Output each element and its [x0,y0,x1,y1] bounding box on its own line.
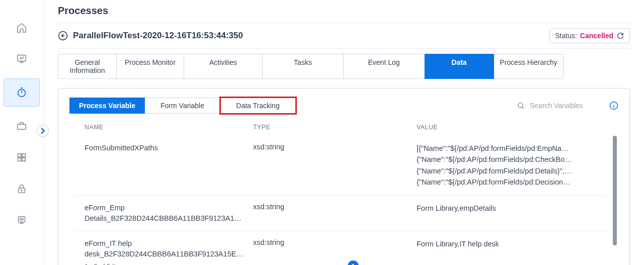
main-tabs: General Information Process Monitor Acti… [58,54,630,79]
process-name: ParallelFlowTest-2020-12-16T16:53:44:350 [73,31,243,41]
page-title: Processes [58,5,630,23]
page-prev[interactable]: ‹ [338,262,341,266]
nav-home[interactable] [10,16,33,39]
search-input[interactable] [530,102,600,110]
page-last[interactable]: » [375,262,379,266]
col-type: TYPE [253,124,417,131]
cell-name: eForm_Emp Details_B2F328D244CBBB6A11BB3F… [85,203,253,224]
rail-expand-button[interactable] [37,125,49,137]
data-panel: Process Variable Form Variable Data Trac… [58,88,630,265]
col-name: NAME [85,124,253,131]
svg-rect-2 [17,124,26,129]
search-icon [517,102,525,110]
home-icon [16,22,27,33]
table-row[interactable]: FormSubmittedXPathsxsd:string[{"Name":"$… [74,136,606,196]
grid-header: NAME TYPE VALUE [69,114,618,136]
svg-rect-4 [22,154,25,157]
status-box: Status: Cancelled [549,28,630,43]
scrollbar[interactable] [613,136,617,245]
pager: « ‹ 1 › » [108,260,598,265]
page-next[interactable]: › [366,262,368,266]
tab-process-monitor[interactable]: Process Monitor [117,54,184,79]
tab-event-log[interactable]: Event Log [344,54,425,79]
apps-icon [16,152,27,163]
svg-rect-5 [18,158,21,161]
search-box [517,102,600,110]
status-value: Cancelled [580,32,613,40]
subtab-data-tracking[interactable]: Data Tracking [220,98,296,114]
page-number[interactable]: 1 [348,260,359,265]
sliders-icon [16,214,27,225]
info-icon [609,101,618,110]
back-arrow-icon [58,31,68,41]
refresh-button[interactable] [616,32,624,40]
cell-name: FormSubmittedXPaths [85,143,253,188]
svg-point-11 [518,103,523,108]
tab-data[interactable]: Data [425,54,494,79]
info-button[interactable] [609,101,618,110]
svg-point-8 [21,190,22,191]
grid-body: FormSubmittedXPathsxsd:string[{"Name":"$… [69,136,618,260]
refresh-icon [616,32,624,40]
cell-name: eForm_IT help desk_B2F328D244CBBB6A11BB3… [85,238,253,259]
table-row[interactable]: eForm_Emp Details_B2F328D244CBBB6A11BB3F… [74,196,606,231]
cell-value: Form Library,IT help desk [417,238,606,259]
cell-type: xsd:string [253,203,417,224]
svg-rect-3 [18,154,21,157]
nav-apps[interactable] [10,146,33,169]
nav-security[interactable] [10,177,33,200]
cell-type: xsd:string [253,238,417,259]
stopwatch-icon [16,87,27,98]
nav-dashboard[interactable] [10,47,33,70]
subtab-process-variable[interactable]: Process Variable [69,98,145,114]
left-rail [0,0,43,265]
chevron-right-icon [37,125,48,136]
subtab-row: Process Variable Form Variable Data Trac… [69,98,618,114]
table-row[interactable]: eForm_IT help desk_B2F328D244CBBB6A11BB3… [74,231,606,260]
nav-settings[interactable] [10,208,33,231]
pager-row: 1 - 5 of 5 Items « ‹ 1 › » [69,260,618,265]
col-value: VALUE [417,124,613,131]
cell-value: Form Library,empDetails [417,203,606,224]
status-label: Status: [555,32,577,40]
page-first[interactable]: « [327,262,331,266]
process-header: ParallelFlowTest-2020-12-16T16:53:44:350… [58,23,630,49]
subtab-form-variable[interactable]: Form Variable [145,98,220,114]
toolbox-icon [16,121,27,132]
tab-tasks[interactable]: Tasks [263,54,344,79]
nav-toolbox[interactable] [10,115,33,138]
cell-type: xsd:string [253,143,417,188]
main-area: Processes ParallelFlowTest-2020-12-16T16… [43,0,644,265]
tab-general-information[interactable]: General Information [58,54,117,79]
back-button[interactable] [58,31,68,41]
dashboard-icon [16,53,27,64]
cell-value: [{"Name":"${/pd:AP/pd:formFields/pd:EmpN… [417,143,606,188]
nav-processes[interactable] [4,78,40,107]
tab-activities[interactable]: Activities [184,54,263,79]
tab-process-hierarchy[interactable]: Process Hierarchy [494,54,564,79]
lock-icon [16,183,27,194]
